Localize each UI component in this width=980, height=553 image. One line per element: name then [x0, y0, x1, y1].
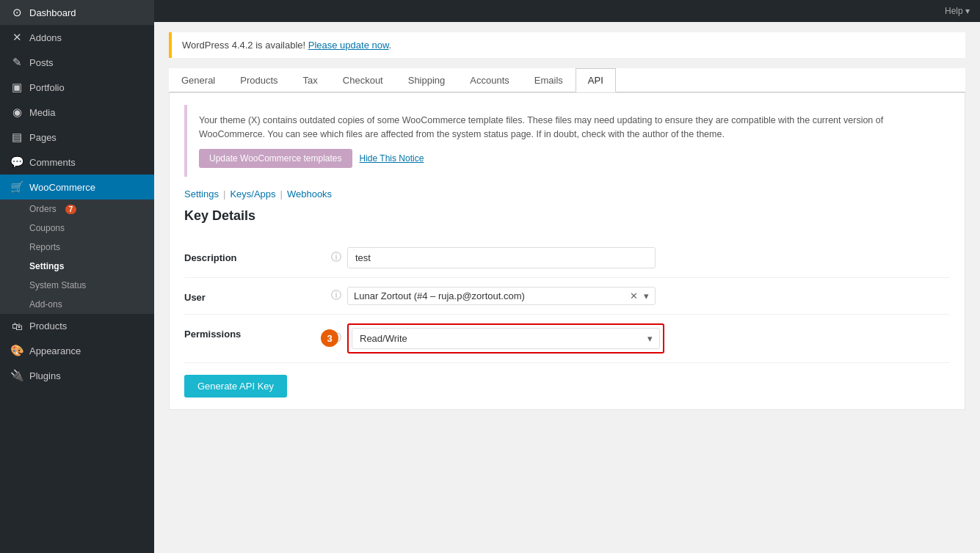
key-details-form: Description ⓘ User ⓘ Lunar Zortout (#4 –… [184, 238, 950, 363]
pages-icon: ▤ [10, 131, 23, 144]
permissions-field: ⓘ 3 Read/Write Read Write [331, 323, 950, 354]
user-label: User [184, 287, 331, 303]
tab-emails[interactable]: Emails [522, 68, 576, 92]
tab-checkout[interactable]: Checkout [330, 68, 396, 92]
woocommerce-icon: 🛒 [10, 180, 23, 194]
sidebar-item-system-status[interactable]: System Status [0, 276, 154, 295]
sidebar-item-dashboard[interactable]: ⊙ Dashboard [0, 0, 154, 25]
permissions-highlight-wrap: 3 Read/Write Read Write ▾ [347, 323, 664, 354]
settings-label: Settings [29, 261, 64, 271]
update-templates-button[interactable]: Update WooCommerce templates [199, 149, 352, 168]
section-title: Key Details [184, 208, 950, 224]
description-field: ⓘ [331, 247, 950, 268]
posts-icon: ✎ [10, 56, 23, 69]
tab-general[interactable]: General [169, 68, 228, 92]
page-content: WordPress 4.4.2 is available! Please upd… [154, 22, 980, 553]
content-box: Your theme (X) contains outdated copies … [169, 92, 965, 410]
sidebar-item-products[interactable]: 🛍 Products [0, 314, 154, 338]
user-value: Lunar Zortout (#4 – ruja.p@zortout.com) [354, 290, 525, 301]
update-link-text: Please update now [308, 40, 389, 51]
description-row: Description ⓘ [184, 238, 950, 278]
system-status-label: System Status [29, 280, 86, 290]
orders-label: Orders [29, 204, 57, 214]
dashboard-icon: ⊙ [10, 6, 23, 19]
sidebar-item-pages[interactable]: ▤ Pages [0, 125, 154, 150]
plugins-icon: 🔌 [10, 369, 23, 382]
permissions-select-wrap: Read/Write Read Write ▾ [352, 328, 660, 349]
user-info-icon[interactable]: ⓘ [331, 289, 341, 302]
update-notice: WordPress 4.4.2 is available! Please upd… [169, 32, 965, 58]
sidebar-item-label: Portfolio [29, 82, 65, 93]
sidebar-item-label: Posts [29, 57, 54, 68]
sidebar-item-addons[interactable]: ✕ Addons [0, 25, 154, 50]
sidebar-item-woocommerce[interactable]: 🛒 WooCommerce [0, 175, 154, 199]
sidebar-item-label: Comments [29, 157, 76, 168]
generate-api-key-button[interactable]: Generate API Key [184, 375, 287, 398]
breadcrumb-sep-2: | [280, 188, 283, 199]
tab-shipping[interactable]: Shipping [396, 68, 458, 92]
sidebar-item-label: Plugins [29, 370, 61, 381]
sidebar-item-label: Dashboard [29, 7, 76, 18]
sidebar-item-posts[interactable]: ✎ Posts [0, 50, 154, 75]
woocommerce-submenu: Orders 7 Coupons Reports Settings System… [0, 199, 154, 314]
step-badge: 3 [321, 329, 338, 347]
coupons-label: Coupons [29, 223, 65, 233]
permissions-select[interactable]: Read/Write Read Write [352, 328, 660, 349]
products-icon: 🛍 [10, 320, 23, 332]
user-select[interactable]: Lunar Zortout (#4 – ruja.p@zortout.com) … [347, 287, 656, 305]
tab-api[interactable]: API [576, 68, 616, 92]
addons-icon: ✕ [10, 31, 23, 44]
sidebar-item-orders[interactable]: Orders 7 [0, 199, 154, 219]
sidebar-item-comments[interactable]: 💬 Comments [0, 150, 154, 175]
breadcrumb: Settings | Keys/Apps | Webhooks [184, 188, 950, 199]
update-link-suffix: . [389, 40, 392, 51]
breadcrumb-keys-apps[interactable]: Keys/Apps [230, 188, 275, 199]
description-label: Description [184, 247, 331, 263]
user-remove-icon[interactable]: ✕ [630, 290, 638, 301]
settings-tabs: General Products Tax Checkout Shipping A… [169, 68, 965, 92]
permissions-label: Permissions [184, 323, 331, 340]
main-content: Help ▾ WordPress 4.4.2 is available! Ple… [154, 0, 980, 553]
sidebar-item-label: WooCommerce [29, 182, 95, 193]
user-row: User ⓘ Lunar Zortout (#4 – ruja.p@zortou… [184, 278, 950, 315]
sidebar-item-label: Addons [29, 32, 62, 43]
help-label: Help ▾ [945, 6, 970, 16]
sidebar-item-add-ons[interactable]: Add-ons [0, 295, 154, 314]
orders-badge: 7 [65, 205, 77, 214]
sidebar-item-appearance[interactable]: 🎨 Appearance [0, 338, 154, 363]
user-dropdown-icon[interactable]: ▾ [644, 290, 649, 301]
description-input[interactable] [347, 247, 656, 268]
warning-box: Your theme (X) contains outdated copies … [184, 105, 950, 177]
tab-products[interactable]: Products [228, 68, 290, 92]
breadcrumb-settings[interactable]: Settings [184, 188, 219, 199]
reports-label: Reports [29, 242, 60, 252]
topbar: Help ▾ [154, 0, 980, 22]
breadcrumb-webhooks[interactable]: Webhooks [287, 188, 332, 199]
user-field: ⓘ Lunar Zortout (#4 – ruja.p@zortout.com… [331, 287, 950, 305]
help-button[interactable]: Help ▾ [945, 6, 970, 16]
appearance-icon: 🎨 [10, 344, 23, 357]
update-link[interactable]: Please update now [308, 40, 389, 51]
sidebar-item-portfolio[interactable]: ▣ Portfolio [0, 75, 154, 100]
sidebar-item-settings[interactable]: Settings [0, 257, 154, 276]
breadcrumb-sep-1: | [223, 188, 225, 199]
sidebar-item-media[interactable]: ◉ Media [0, 100, 154, 125]
sidebar-item-label: Products [29, 321, 67, 332]
description-info-icon[interactable]: ⓘ [331, 251, 341, 264]
sidebar: ⊙ Dashboard ✕ Addons ✎ Posts ▣ Portfolio… [0, 0, 154, 553]
sidebar-item-plugins[interactable]: 🔌 Plugins [0, 363, 154, 388]
media-icon: ◉ [10, 106, 23, 119]
tab-tax[interactable]: Tax [291, 68, 330, 92]
portfolio-icon: ▣ [10, 81, 23, 94]
add-ons-label: Add-ons [29, 299, 62, 310]
sidebar-item-label: Appearance [29, 345, 81, 356]
update-text: WordPress 4.4.2 is available! [182, 40, 308, 51]
sidebar-item-reports[interactable]: Reports [0, 238, 154, 257]
sidebar-item-coupons[interactable]: Coupons [0, 219, 154, 238]
hide-notice-button[interactable]: Hide This Notice [360, 153, 424, 164]
tab-accounts[interactable]: Accounts [457, 68, 521, 92]
warning-buttons: Update WooCommerce templates Hide This N… [199, 149, 938, 168]
warning-text: Your theme (X) contains outdated copies … [199, 115, 883, 139]
sidebar-item-label: Pages [29, 132, 57, 143]
comments-icon: 💬 [10, 155, 23, 169]
